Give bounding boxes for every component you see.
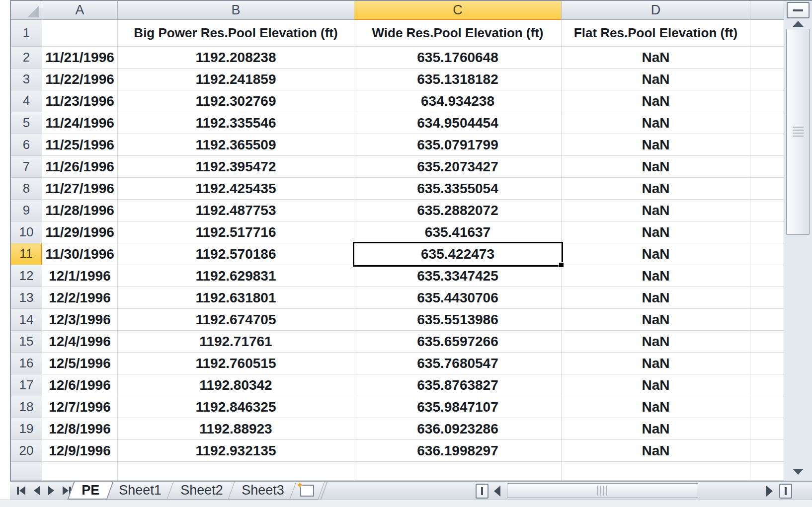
cell-big-power[interactable]: 1192.932135 <box>118 440 354 462</box>
cell-date[interactable]: 12/2/1996 <box>42 287 118 309</box>
horizontal-scroll-thumb[interactable] <box>507 483 698 498</box>
sheet-tab-sheet1[interactable]: Sheet1 <box>105 482 175 500</box>
sheet-tab-pe[interactable]: PE <box>67 482 113 500</box>
cell-flat[interactable]: NaN <box>562 200 750 221</box>
cell-wide[interactable]: 635.6597266 <box>354 331 562 353</box>
cell-flat[interactable]: NaN <box>562 134 750 156</box>
column-header-a[interactable]: A <box>42 1 118 20</box>
cell-big-power[interactable]: 1192.629831 <box>118 265 354 287</box>
row-header[interactable]: 7 <box>11 156 42 178</box>
cell-wide[interactable]: 635.5513986 <box>354 309 562 331</box>
vertical-scroll-thumb[interactable] <box>786 29 810 235</box>
cell-empty[interactable] <box>750 221 784 243</box>
cell-flat[interactable]: NaN <box>562 69 750 90</box>
row-header[interactable]: 2 <box>11 47 42 69</box>
cell-date[interactable]: 12/7/1996 <box>42 396 118 418</box>
cell-empty[interactable] <box>750 309 784 331</box>
cell-date[interactable]: 11/28/1996 <box>42 200 118 221</box>
cell-flat[interactable]: NaN <box>562 156 750 178</box>
column-header-e-partial[interactable] <box>750 1 784 20</box>
row-header[interactable]: 14 <box>11 309 42 331</box>
row-header[interactable]: 9 <box>11 200 42 221</box>
cell-date[interactable]: 12/8/1996 <box>42 418 118 440</box>
cell-flat[interactable]: NaN <box>562 331 750 353</box>
cell-empty[interactable] <box>750 47 784 69</box>
cell-empty[interactable] <box>750 418 784 440</box>
cell-empty[interactable] <box>750 200 784 221</box>
cell-date[interactable]: 11/27/1996 <box>42 178 118 200</box>
cell-big-power[interactable]: 1192.631801 <box>118 287 354 309</box>
row-header[interactable]: 5 <box>11 112 42 134</box>
cell-flat[interactable]: NaN <box>562 396 750 418</box>
row-header[interactable]: 18 <box>11 396 42 418</box>
cell-big-power[interactable]: 1192.88923 <box>118 418 354 440</box>
cell-wide[interactable]: 635.41637 <box>354 221 562 243</box>
cell-wide[interactable]: 635.1318182 <box>354 69 562 90</box>
vertical-scrollbar[interactable] <box>784 1 812 481</box>
cell-wide[interactable]: 636.1998297 <box>354 440 562 462</box>
select-all-corner[interactable] <box>11 1 42 20</box>
cell-empty[interactable] <box>750 243 784 265</box>
cell-empty[interactable] <box>750 396 784 418</box>
vertical-split-handle[interactable] <box>787 2 810 18</box>
cell-wide[interactable]: 636.0923286 <box>354 418 562 440</box>
cell-big-power[interactable]: 1192.335546 <box>118 112 354 134</box>
horizontal-split-handle-right[interactable] <box>779 484 792 499</box>
scroll-left-arrow-icon[interactable] <box>494 486 500 497</box>
row-header[interactable]: 15 <box>11 331 42 353</box>
cell-big-power[interactable]: 1192.517716 <box>118 221 354 243</box>
cell-wide[interactable]: 635.2073427 <box>354 156 562 178</box>
cell-wide[interactable]: 634.9504454 <box>354 112 562 134</box>
cell-flat[interactable]: NaN <box>562 353 750 374</box>
cell-wide[interactable]: 635.8763827 <box>354 374 562 396</box>
cell-empty[interactable] <box>750 287 784 309</box>
row-header[interactable]: 12 <box>11 265 42 287</box>
cell-date[interactable]: 12/9/1996 <box>42 440 118 462</box>
cell-wide[interactable]: 635.3355054 <box>354 178 562 200</box>
cell-flat[interactable]: NaN <box>562 440 750 462</box>
cell-flat[interactable]: NaN <box>562 243 750 265</box>
cell-big-power[interactable]: 1192.674705 <box>118 309 354 331</box>
row-header[interactable]: 10 <box>11 221 42 243</box>
column-header-d[interactable]: D <box>562 1 750 20</box>
cell-date[interactable]: 12/4/1996 <box>42 331 118 353</box>
row-header[interactable]: 6 <box>11 134 42 156</box>
cell-big-power[interactable]: 1192.487753 <box>118 200 354 221</box>
cell-flat[interactable]: NaN <box>562 178 750 200</box>
cell-big-power[interactable]: 1192.846325 <box>118 396 354 418</box>
cell-wide[interactable]: 635.2882072 <box>354 200 562 221</box>
cell-empty[interactable] <box>750 112 784 134</box>
cell-date[interactable]: 11/30/1996 <box>42 243 118 265</box>
cell-wide[interactable]: 635.7680547 <box>354 353 562 374</box>
row-header[interactable]: 19 <box>11 418 42 440</box>
cell-wide[interactable]: 635.0791799 <box>354 134 562 156</box>
cell[interactable] <box>354 462 562 481</box>
cell[interactable] <box>750 462 784 481</box>
previous-sheet-button[interactable] <box>33 485 41 497</box>
cell[interactable] <box>562 462 750 481</box>
row-header[interactable]: 13 <box>11 287 42 309</box>
cell-b1[interactable]: Big Power Res.Pool Elevation (ft) <box>118 20 354 47</box>
cell[interactable] <box>118 462 354 481</box>
cell-date[interactable]: 12/5/1996 <box>42 353 118 374</box>
cell-empty[interactable] <box>750 440 784 462</box>
sheet-tab-sheet3[interactable]: Sheet3 <box>228 482 298 500</box>
cell-date[interactable]: 12/3/1996 <box>42 309 118 331</box>
cell-big-power[interactable]: 1192.395472 <box>118 156 354 178</box>
first-sheet-button[interactable] <box>16 485 26 497</box>
cell-d1[interactable]: Flat Res.Pool Elevation (ft) <box>562 20 750 47</box>
cell-e1[interactable] <box>750 20 784 47</box>
cell[interactable] <box>42 462 118 481</box>
row-header[interactable] <box>11 462 42 481</box>
cell-wide[interactable]: 635.4430706 <box>354 287 562 309</box>
row-header[interactable]: 3 <box>11 69 42 90</box>
cell-wide[interactable]: 635.422473 <box>354 243 562 265</box>
cell-big-power[interactable]: 1192.241859 <box>118 69 354 90</box>
cell-wide[interactable]: 635.9847107 <box>354 396 562 418</box>
cell-empty[interactable] <box>750 331 784 353</box>
cell-big-power[interactable]: 1192.425435 <box>118 178 354 200</box>
row-header[interactable]: 16 <box>11 353 42 374</box>
tab-split-handle-left[interactable] <box>476 484 488 499</box>
cell-wide[interactable]: 635.3347425 <box>354 265 562 287</box>
cell-date[interactable]: 11/23/1996 <box>42 90 118 112</box>
